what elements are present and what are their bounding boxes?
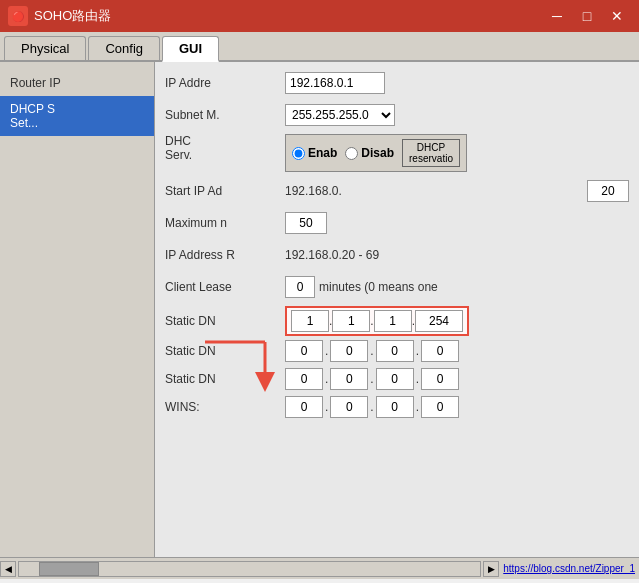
tab-bar: Physical Config GUI [0,32,639,62]
window-controls: ─ □ ✕ [543,5,631,27]
start-ip-prefix: 192.168.0. [285,184,587,198]
wins-row: WINS: . . . [165,394,629,420]
status-url[interactable]: https://blog.csdn.net/Zipper_1 [499,563,639,574]
scroll-right-button[interactable]: ▶ [483,561,499,577]
client-lease-input[interactable] [285,276,315,298]
static-dns3-octet1[interactable] [285,368,323,390]
start-ip-row: Start IP Ad 192.168.0. [165,178,629,204]
static-dns3-label: Static DN [165,372,285,386]
sidebar-item-dhcp[interactable]: DHCP SSet... [0,96,154,136]
client-lease-label: Client Lease [165,280,285,294]
static-dns2-row: Static DN . . . [165,338,629,364]
wins-octet1[interactable] [285,396,323,418]
app-icon: 🔴 [8,6,28,26]
dhcp-label: DHC Serv. [165,134,285,162]
content-panel: IP Addre Subnet M. 255.255.255.0 255.255… [155,62,639,557]
static-dns2-inputs: . . . [285,340,459,362]
static-dns1-octet1[interactable] [291,310,329,332]
subnet-row: Subnet M. 255.255.255.0 255.255.0.0 255.… [165,102,629,128]
static-dns3-row: Static DN . . . [165,366,629,392]
start-ip-label: Start IP Ad [165,184,285,198]
wins-octet2[interactable] [330,396,368,418]
client-lease-row: Client Lease minutes (0 means one [165,274,629,300]
minimize-button[interactable]: ─ [543,5,571,27]
static-dns1-row: Static DN . . . [165,306,629,336]
tab-gui[interactable]: GUI [162,36,219,62]
max-number-row: Maximum n [165,210,629,236]
ip-range-row: IP Address R 192.168.0.20 - 69 [165,242,629,268]
static-dns2-label: Static DN [165,344,285,358]
bottom-bar: ◀ ▶ https://blog.csdn.net/Zipper_1 [0,557,639,579]
max-number-input[interactable] [285,212,327,234]
scroll-left-button[interactable]: ◀ [0,561,16,577]
dhcp-disable-radio[interactable]: Disab [345,146,394,160]
maximize-button[interactable]: □ [573,5,601,27]
ip-address-input[interactable] [285,72,385,94]
sidebar: Router IP DHCP SSet... [0,62,155,557]
ip-range-label: IP Address R [165,248,285,262]
dhcp-server-row: DHC Serv. Enab Disab DHCPreservatio [165,134,629,172]
tab-physical[interactable]: Physical [4,36,86,60]
static-dns1-label: Static DN [165,314,285,328]
static-dns3-inputs: . . . [285,368,459,390]
static-dns3-octet4[interactable] [421,368,459,390]
static-dns2-octet2[interactable] [330,340,368,362]
window-title: SOHO路由器 [34,7,543,25]
static-dns1-octet4[interactable] [415,310,463,332]
start-ip-input[interactable] [587,180,629,202]
ip-range-value: 192.168.0.20 - 69 [285,248,379,262]
dhcp-reservation-button[interactable]: DHCPreservatio [402,139,460,167]
max-number-label: Maximum n [165,216,285,230]
scrollbar-thumb[interactable] [39,562,99,576]
sidebar-item-router-ip[interactable]: Router IP [0,70,154,96]
tab-config[interactable]: Config [88,36,160,60]
static-dns2-octet1[interactable] [285,340,323,362]
ip-address-row: IP Addre [165,70,629,96]
static-dns3-octet3[interactable] [376,368,414,390]
title-bar: 🔴 SOHO路由器 ─ □ ✕ [0,0,639,32]
wins-inputs: . . . [285,396,459,418]
ip-address-label: IP Addre [165,76,285,90]
static-dns1-octet3[interactable] [374,310,412,332]
subnet-label: Subnet M. [165,108,285,122]
close-button[interactable]: ✕ [603,5,631,27]
static-dns1-highlight: . . . [285,306,469,336]
static-dns3-octet2[interactable] [330,368,368,390]
static-dns2-octet4[interactable] [421,340,459,362]
dhcp-enable-radio[interactable]: Enab [292,146,337,160]
main-content: Router IP DHCP SSet... IP Addre Subnet M… [0,62,639,557]
static-dns2-octet3[interactable] [376,340,414,362]
wins-octet4[interactable] [421,396,459,418]
wins-label: WINS: [165,400,285,414]
static-dns1-octet2[interactable] [332,310,370,332]
wins-octet3[interactable] [376,396,414,418]
subnet-select[interactable]: 255.255.255.0 255.255.0.0 255.0.0.0 [285,104,395,126]
horizontal-scrollbar[interactable] [18,561,481,577]
client-lease-suffix: minutes (0 means one [319,280,438,294]
